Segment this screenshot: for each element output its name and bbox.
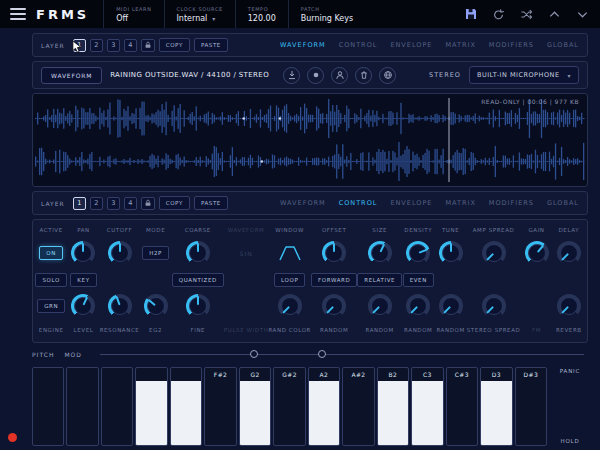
random-knob[interactable]: [439, 294, 463, 318]
layer-4-button[interactable]: 4: [124, 39, 137, 52]
clock-source-value[interactable]: Internal▾: [177, 14, 223, 23]
window-shape[interactable]: [277, 242, 303, 264]
key-b2[interactable]: B2: [377, 367, 409, 446]
layer-2-button[interactable]: 2: [90, 197, 103, 210]
even-button[interactable]: EVEN: [403, 273, 434, 287]
paste-button[interactable]: PASTE: [194, 38, 228, 52]
tab-control[interactable]: CONTROL: [339, 199, 378, 207]
random-patch-icon[interactable]: [519, 7, 534, 22]
rand-color-knob[interactable]: [278, 294, 302, 318]
key-unlabeled-4[interactable]: [170, 367, 202, 446]
cutoff-knob[interactable]: [108, 241, 132, 265]
hold-button[interactable]: HOLD: [552, 438, 588, 444]
level-knob[interactable]: [71, 294, 95, 318]
tab-global[interactable]: GLOBAL: [547, 199, 579, 207]
layer-3-button[interactable]: 3: [107, 197, 120, 210]
forward-button[interactable]: FORWARD: [311, 273, 357, 287]
save-icon[interactable]: [463, 7, 478, 22]
key-c-3[interactable]: C#3: [446, 367, 478, 446]
resonance-knob[interactable]: [108, 294, 132, 318]
key-g2[interactable]: G2: [239, 367, 271, 446]
trash-icon[interactable]: [355, 67, 372, 84]
eg2-knob[interactable]: [144, 294, 168, 318]
tab-global[interactable]: GLOBAL: [547, 41, 579, 49]
tab-matrix[interactable]: MATRIX: [445, 41, 475, 49]
offset-knob[interactable]: [322, 241, 346, 265]
layer-1-button[interactable]: 1: [73, 197, 86, 210]
on-button[interactable]: ON: [39, 246, 63, 260]
pitch-handle[interactable]: [250, 350, 258, 358]
h2p-button[interactable]: H2P: [142, 246, 169, 260]
key-d3[interactable]: D3: [480, 367, 512, 446]
solo-button[interactable]: SOLO: [35, 273, 66, 287]
coarse-knob[interactable]: [186, 241, 210, 265]
layer-3-button[interactable]: 3: [107, 39, 120, 52]
lock-icon-button[interactable]: [141, 197, 155, 210]
paste-button[interactable]: PASTE: [194, 196, 228, 210]
loop-button[interactable]: LOOP: [274, 273, 305, 287]
key-unlabeled-2[interactable]: [101, 367, 133, 446]
import-icon[interactable]: [283, 67, 300, 84]
tab-modifiers[interactable]: MODIFIERS: [489, 41, 534, 49]
density-knob[interactable]: [406, 241, 430, 265]
tab-modifiers[interactable]: MODIFIERS: [489, 199, 534, 207]
mod-handle[interactable]: [318, 350, 326, 358]
input-device-select[interactable]: BUILT-IN MICROPHONE ▾: [469, 66, 579, 84]
midi-learn-value[interactable]: Off: [116, 14, 151, 23]
relative-button[interactable]: RELATIVE: [357, 273, 402, 287]
stereo-spread-knob[interactable]: [482, 294, 506, 318]
waveform-display[interactable]: READ-ONLY | 00:06 | 977 KB: [32, 93, 588, 187]
tab-waveform[interactable]: WAVEFORM: [280, 41, 326, 49]
layer-1-button[interactable]: 1: [73, 39, 86, 52]
tab-envelope[interactable]: ENVELOPE: [390, 41, 432, 49]
key-g-2[interactable]: G#2: [273, 367, 305, 446]
chevron-up-icon[interactable]: [547, 7, 562, 22]
delay-knob[interactable]: [557, 241, 581, 265]
user-icon[interactable]: [331, 67, 348, 84]
key-button[interactable]: KEY: [70, 273, 96, 287]
gain-knob[interactable]: [525, 241, 549, 265]
quantized-button[interactable]: QUANTIZED: [172, 273, 224, 287]
random-knob[interactable]: [406, 294, 430, 318]
random-knob[interactable]: [322, 294, 346, 318]
record-icon[interactable]: [307, 67, 324, 84]
topbar: FRMS MIDI LEARNOffCLOCK SOURCEInternal▾T…: [0, 0, 600, 28]
random-knob[interactable]: [368, 294, 392, 318]
patch-value[interactable]: Burning Keys: [301, 14, 353, 23]
key-label: [102, 368, 132, 381]
chevron-down-icon[interactable]: [575, 7, 590, 22]
reverb-knob[interactable]: [557, 294, 581, 318]
key-a2[interactable]: A2: [308, 367, 340, 446]
key-unlabeled-0[interactable]: [32, 367, 64, 446]
size-knob[interactable]: [368, 241, 392, 265]
undo-icon[interactable]: [491, 7, 506, 22]
tab-control[interactable]: CONTROL: [339, 41, 378, 49]
key-a-2[interactable]: A#2: [342, 367, 374, 446]
layer-4-button[interactable]: 4: [124, 197, 137, 210]
panic-button[interactable]: PANIC: [552, 368, 588, 374]
layer-2-button[interactable]: 2: [90, 39, 103, 52]
lock-icon-button[interactable]: [141, 39, 155, 52]
tab-waveform[interactable]: WAVEFORM: [280, 199, 326, 207]
waveform-pill-button[interactable]: WAVEFORM: [41, 67, 102, 84]
amp-spread-knob[interactable]: [482, 241, 506, 265]
menu-icon[interactable]: [10, 8, 26, 20]
grn-button[interactable]: GRN: [37, 299, 65, 313]
pan-knob[interactable]: [71, 241, 95, 265]
fine-knob[interactable]: [186, 294, 210, 318]
globe-icon[interactable]: [379, 67, 396, 84]
cell-pan-r3: [71, 294, 95, 318]
copy-button[interactable]: COPY: [159, 38, 190, 52]
pitch-mod-track[interactable]: [100, 354, 584, 355]
key-unlabeled-3[interactable]: [135, 367, 167, 446]
copy-button[interactable]: COPY: [159, 196, 190, 210]
tune-knob[interactable]: [439, 241, 463, 265]
tempo-value[interactable]: 120.00: [248, 14, 276, 23]
key-d-3[interactable]: D#3: [515, 367, 547, 446]
app-logo: FRMS: [36, 7, 89, 22]
tab-matrix[interactable]: MATRIX: [445, 199, 475, 207]
key-unlabeled-1[interactable]: [66, 367, 98, 446]
tab-envelope[interactable]: ENVELOPE: [390, 199, 432, 207]
key-c3[interactable]: C3: [411, 367, 443, 446]
key-f-2[interactable]: F#2: [204, 367, 236, 446]
